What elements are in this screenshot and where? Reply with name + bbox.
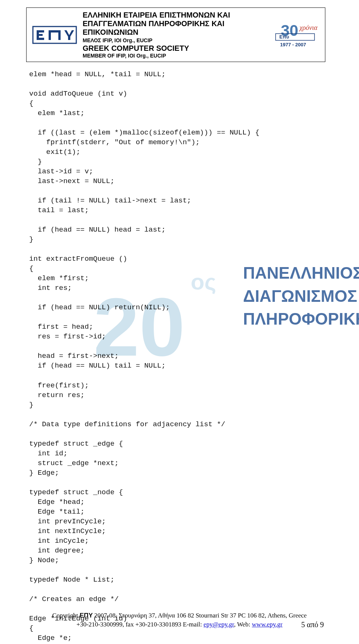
svg-text:Επυ: Επυ — [279, 34, 289, 40]
anniv-label: χρόνια — [300, 24, 317, 32]
svg-rect-3 — [37, 34, 43, 36]
member-gr: ΜΕΛΟΣ IFIP, IOI Org., EUCIP — [83, 37, 269, 43]
epy-logo — [30, 11, 79, 59]
svg-rect-2 — [37, 30, 44, 32]
svg-rect-4 — [37, 38, 44, 40]
code-listing: elem *head = NULL, *tail = NULL; void ad… — [0, 62, 359, 643]
letterhead: ΕΛΛΗΝΙΚΗ ΕΤΑΙΡΕΙΑ ΕΠΙΣΤΗΜΟΝΩΝ ΚΑΙ ΕΠΑΓΓΕ… — [26, 7, 325, 62]
svg-marker-8 — [64, 30, 74, 40]
anniv-years: 1977 - 2007 — [280, 42, 306, 47]
org-name-gr-1: ΕΛΛΗΝΙΚΗ ΕΤΑΙΡΕΙΑ ΕΠΙΣΤΗΜΟΝΩΝ ΚΑΙ — [83, 11, 269, 19]
org-name-en: GREEK COMPUTER SOCIETY — [83, 44, 269, 53]
org-name-gr-2: ΕΠΑΓΓΕΛΜΑΤΙΩΝ ΠΛΗΡΟΦΟΡΙΚΗΣ ΚΑΙ — [83, 19, 269, 28]
member-en: MEMBER OF IFIP, IOI Org., EUCIP — [83, 53, 269, 59]
svg-rect-7 — [49, 30, 61, 32]
letterhead-text: ΕΛΛΗΝΙΚΗ ΕΤΑΙΡΕΙΑ ΕΠΙΣΤΗΜΟΝΩΝ ΚΑΙ ΕΠΑΓΓΕ… — [79, 11, 269, 59]
anniversary-logo: 30 χρόνια Επυ 1977 - 2007 — [269, 11, 321, 59]
org-name-gr-3: ΕΠΙΚΟΙΝΩΝΙΩΝ — [83, 28, 269, 37]
